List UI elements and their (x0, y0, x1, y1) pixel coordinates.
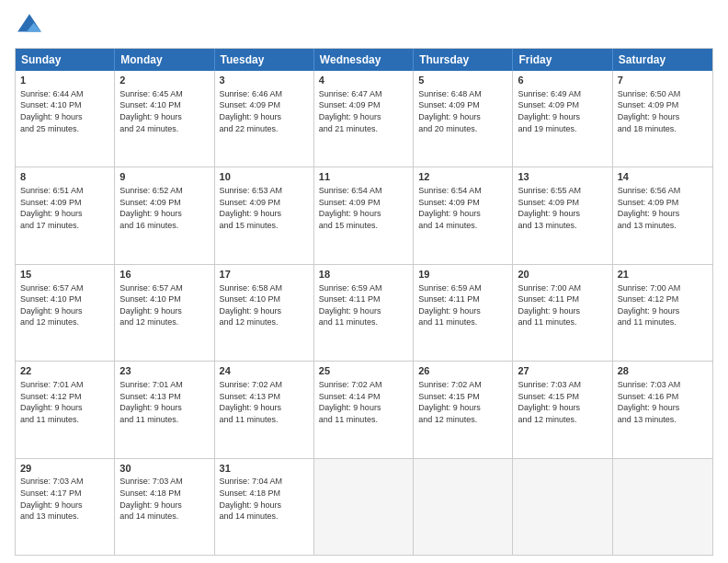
day-info: Sunrise: 7:02 AMSunset: 4:14 PMDaylight:… (319, 379, 408, 425)
day-info: Sunrise: 6:45 AMSunset: 4:10 PMDaylight:… (119, 88, 209, 134)
day-number: 27 (518, 364, 607, 378)
day-number: 20 (518, 268, 607, 282)
day-info: Sunrise: 6:56 AMSunset: 4:09 PMDaylight:… (618, 185, 708, 231)
day-cell-28: 28Sunrise: 7:03 AMSunset: 4:16 PMDayligh… (613, 362, 712, 457)
week-row-5: 29Sunrise: 7:03 AMSunset: 4:17 PMDayligh… (16, 458, 712, 555)
day-cell-20: 20Sunrise: 7:00 AMSunset: 4:11 PMDayligh… (513, 265, 612, 361)
day-cell-24: 24Sunrise: 7:02 AMSunset: 4:13 PMDayligh… (215, 362, 314, 457)
day-cell-22: 22Sunrise: 7:01 AMSunset: 4:12 PMDayligh… (16, 362, 115, 457)
day-cell-13: 13Sunrise: 6:55 AMSunset: 4:09 PMDayligh… (513, 167, 612, 263)
day-info: Sunrise: 6:57 AMSunset: 4:10 PMDaylight:… (20, 282, 109, 328)
day-number: 18 (319, 268, 408, 282)
day-cell-9: 9Sunrise: 6:52 AMSunset: 4:09 PMDaylight… (115, 167, 214, 263)
day-cell-15: 15Sunrise: 6:57 AMSunset: 4:10 PMDayligh… (16, 265, 115, 361)
day-info: Sunrise: 6:59 AMSunset: 4:11 PMDaylight:… (418, 282, 507, 328)
day-info: Sunrise: 7:01 AMSunset: 4:13 PMDaylight:… (119, 379, 209, 425)
day-cell-7: 7Sunrise: 6:50 AMSunset: 4:09 PMDaylight… (613, 71, 712, 167)
day-number: 22 (20, 364, 109, 378)
day-number: 8 (20, 170, 109, 184)
day-number: 15 (20, 268, 109, 282)
day-number: 7 (618, 74, 708, 87)
header (15, 11, 713, 40)
day-number: 23 (119, 364, 209, 378)
day-number: 11 (319, 170, 408, 184)
day-number: 28 (618, 364, 708, 378)
header-day-wednesday: Wednesday (314, 49, 414, 71)
day-info: Sunrise: 7:00 AMSunset: 4:12 PMDaylight:… (618, 282, 708, 328)
day-info: Sunrise: 6:53 AMSunset: 4:09 PMDaylight:… (220, 185, 309, 231)
day-info: Sunrise: 6:54 AMSunset: 4:09 PMDaylight:… (418, 185, 507, 231)
day-info: Sunrise: 7:00 AMSunset: 4:11 PMDaylight:… (518, 282, 607, 328)
day-info: Sunrise: 7:01 AMSunset: 4:12 PMDaylight:… (20, 379, 109, 425)
day-number: 24 (220, 364, 309, 378)
week-row-1: 1Sunrise: 6:44 AMSunset: 4:10 PMDaylight… (16, 71, 712, 167)
page: SundayMondayTuesdayWednesdayThursdayFrid… (0, 0, 728, 563)
day-info: Sunrise: 7:02 AMSunset: 4:15 PMDaylight:… (418, 379, 507, 425)
day-info: Sunrise: 6:58 AMSunset: 4:10 PMDaylight:… (220, 282, 309, 328)
header-day-tuesday: Tuesday (215, 49, 314, 71)
day-cell-26: 26Sunrise: 7:02 AMSunset: 4:15 PMDayligh… (414, 362, 513, 457)
day-number: 5 (418, 74, 507, 87)
day-number: 16 (119, 268, 209, 282)
day-cell-11: 11Sunrise: 6:54 AMSunset: 4:09 PMDayligh… (314, 167, 414, 263)
day-number: 14 (618, 170, 708, 184)
day-number: 4 (319, 74, 408, 87)
day-cell-19: 19Sunrise: 6:59 AMSunset: 4:11 PMDayligh… (414, 265, 513, 361)
logo (15, 11, 48, 40)
day-info: Sunrise: 7:02 AMSunset: 4:13 PMDaylight:… (220, 379, 309, 425)
day-cell-17: 17Sunrise: 6:58 AMSunset: 4:10 PMDayligh… (215, 265, 314, 361)
day-info: Sunrise: 7:03 AMSunset: 4:16 PMDaylight:… (618, 379, 708, 425)
header-day-saturday: Saturday (613, 49, 712, 71)
day-cell-3: 3Sunrise: 6:46 AMSunset: 4:09 PMDaylight… (215, 71, 314, 167)
calendar-body: 1Sunrise: 6:44 AMSunset: 4:10 PMDaylight… (16, 71, 712, 555)
day-cell-4: 4Sunrise: 6:47 AMSunset: 4:09 PMDaylight… (314, 71, 414, 167)
day-info: Sunrise: 7:03 AMSunset: 4:17 PMDaylight:… (20, 476, 109, 522)
day-cell-5: 5Sunrise: 6:48 AMSunset: 4:09 PMDaylight… (414, 71, 513, 167)
day-info: Sunrise: 6:48 AMSunset: 4:09 PMDaylight:… (418, 88, 507, 134)
day-number: 1 (20, 74, 109, 87)
empty-cell-4-6 (613, 459, 712, 555)
logo-icon (15, 11, 44, 40)
day-number: 19 (418, 268, 507, 282)
day-number: 31 (220, 462, 309, 476)
day-number: 2 (119, 74, 209, 87)
calendar: SundayMondayTuesdayWednesdayThursdayFrid… (15, 48, 713, 556)
day-number: 17 (220, 268, 309, 282)
header-day-thursday: Thursday (414, 49, 513, 71)
day-info: Sunrise: 6:57 AMSunset: 4:10 PMDaylight:… (119, 282, 209, 328)
day-number: 6 (518, 74, 607, 87)
day-cell-12: 12Sunrise: 6:54 AMSunset: 4:09 PMDayligh… (414, 167, 513, 263)
day-number: 21 (618, 268, 708, 282)
day-info: Sunrise: 6:50 AMSunset: 4:09 PMDaylight:… (618, 88, 708, 134)
day-info: Sunrise: 6:49 AMSunset: 4:09 PMDaylight:… (518, 88, 607, 134)
day-cell-29: 29Sunrise: 7:03 AMSunset: 4:17 PMDayligh… (16, 459, 115, 555)
header-day-monday: Monday (115, 49, 214, 71)
day-cell-2: 2Sunrise: 6:45 AMSunset: 4:10 PMDaylight… (115, 71, 214, 167)
day-cell-27: 27Sunrise: 7:03 AMSunset: 4:15 PMDayligh… (513, 362, 612, 457)
day-cell-10: 10Sunrise: 6:53 AMSunset: 4:09 PMDayligh… (215, 167, 314, 263)
day-info: Sunrise: 6:47 AMSunset: 4:09 PMDaylight:… (319, 88, 408, 134)
day-cell-31: 31Sunrise: 7:04 AMSunset: 4:18 PMDayligh… (215, 459, 314, 555)
day-number: 25 (319, 364, 408, 378)
day-info: Sunrise: 6:54 AMSunset: 4:09 PMDaylight:… (319, 185, 408, 231)
day-info: Sunrise: 7:03 AMSunset: 4:18 PMDaylight:… (119, 476, 209, 522)
day-info: Sunrise: 7:03 AMSunset: 4:15 PMDaylight:… (518, 379, 607, 425)
day-info: Sunrise: 6:59 AMSunset: 4:11 PMDaylight:… (319, 282, 408, 328)
day-number: 3 (220, 74, 309, 87)
empty-cell-4-5 (513, 459, 612, 555)
day-info: Sunrise: 6:55 AMSunset: 4:09 PMDaylight:… (518, 185, 607, 231)
header-day-friday: Friday (513, 49, 612, 71)
day-number: 30 (119, 462, 209, 476)
day-cell-25: 25Sunrise: 7:02 AMSunset: 4:14 PMDayligh… (314, 362, 414, 457)
day-number: 26 (418, 364, 507, 378)
day-cell-23: 23Sunrise: 7:01 AMSunset: 4:13 PMDayligh… (115, 362, 214, 457)
header-day-sunday: Sunday (16, 49, 115, 71)
day-cell-1: 1Sunrise: 6:44 AMSunset: 4:10 PMDaylight… (16, 71, 115, 167)
day-info: Sunrise: 6:44 AMSunset: 4:10 PMDaylight:… (20, 88, 109, 134)
day-info: Sunrise: 6:51 AMSunset: 4:09 PMDaylight:… (20, 185, 109, 231)
day-cell-6: 6Sunrise: 6:49 AMSunset: 4:09 PMDaylight… (513, 71, 612, 167)
day-cell-16: 16Sunrise: 6:57 AMSunset: 4:10 PMDayligh… (115, 265, 214, 361)
day-info: Sunrise: 6:46 AMSunset: 4:09 PMDaylight:… (220, 88, 309, 134)
day-cell-8: 8Sunrise: 6:51 AMSunset: 4:09 PMDaylight… (16, 167, 115, 263)
empty-cell-4-4 (414, 459, 513, 555)
